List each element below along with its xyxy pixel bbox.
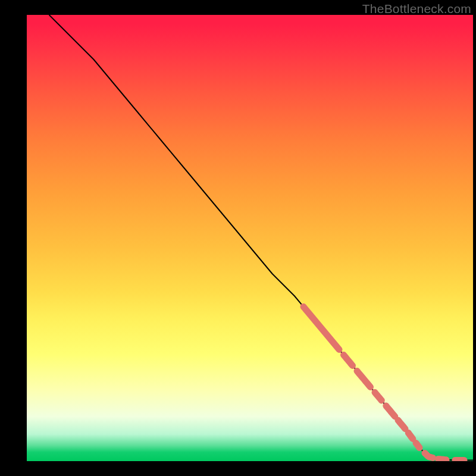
curve-svg [27, 15, 473, 461]
dash-segment [386, 406, 395, 416]
main-curve [49, 15, 474, 461]
watermark-text: TheBottleneck.com [362, 2, 471, 16]
dashed-overlay [303, 307, 464, 461]
dash-segment [375, 393, 381, 401]
dash-segment [416, 443, 419, 448]
bottleneck-curve-line [49, 15, 474, 461]
dash-segment [344, 355, 353, 366]
dash-segment [408, 433, 413, 439]
dash-segment [398, 420, 405, 428]
dash-segment [439, 459, 447, 459]
chart-frame: TheBottleneck.com [0, 0, 476, 476]
dash-segment [425, 453, 433, 458]
dash-segment [303, 307, 339, 350]
dash-segment [357, 371, 371, 387]
plot-area [27, 15, 473, 461]
